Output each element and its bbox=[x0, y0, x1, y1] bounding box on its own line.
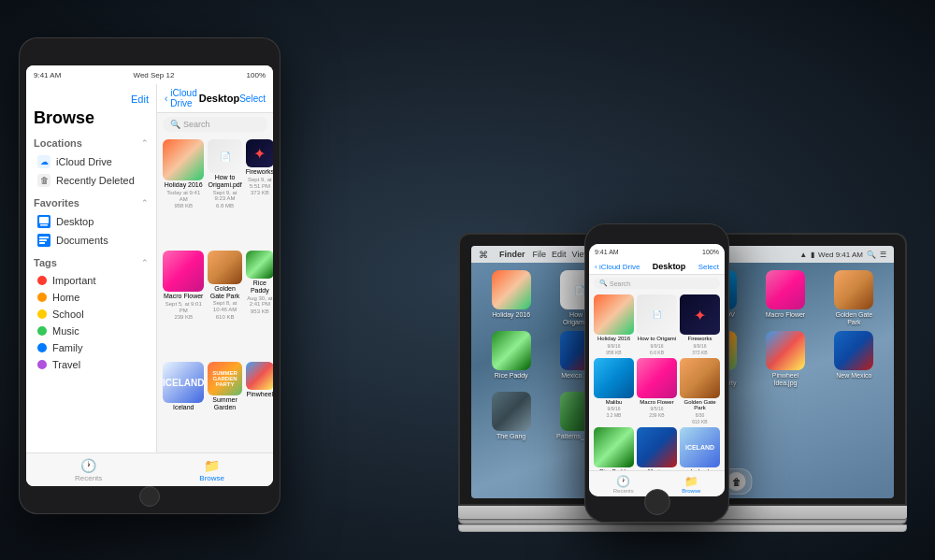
desktop-icon-img bbox=[492, 270, 531, 309]
desktop-icon-macro[interactable]: Macro Flower bbox=[753, 270, 817, 319]
desktop-icon-newmexico[interactable]: New Mexico bbox=[822, 331, 886, 380]
ipad-tag-music[interactable]: Music bbox=[34, 323, 149, 339]
iphone-file-holiday[interactable]: Holiday 2016 9/9/16 958 KB bbox=[594, 294, 634, 355]
ipad-file-name: How to Origami.pdf bbox=[208, 174, 241, 188]
ipad-date: Wed Sep 12 bbox=[134, 71, 175, 79]
ipad-tags-chevron[interactable]: ⌃ bbox=[141, 258, 149, 267]
ipad-tag-home[interactable]: Home bbox=[34, 289, 149, 306]
iphone-search-bar[interactable]: 🔍 Search bbox=[594, 278, 720, 289]
svg-rect-1 bbox=[39, 217, 49, 223]
svg-rect-4 bbox=[39, 237, 49, 238]
desktop-icon-label: New Mexico bbox=[836, 372, 871, 380]
file-menu[interactable]: File bbox=[533, 250, 547, 259]
desktop-icon-pinwheel[interactable]: Pinwheel Idea.jpg bbox=[753, 331, 817, 388]
iphone-file-size: 958 KB bbox=[606, 350, 621, 355]
iphone: 9:41 AM 100% ‹ iCloud Drive Desktop Sele… bbox=[584, 223, 729, 523]
desktop-icon-gang[interactable]: The Gang bbox=[479, 392, 543, 440]
ipad-tabbar: 🕐 Recents 📁 Browse bbox=[26, 452, 273, 486]
iphone-file-size: 239 KB bbox=[649, 412, 664, 418]
ipad-file-name: Iceland bbox=[173, 404, 194, 411]
ipad-tag-important[interactable]: Important bbox=[34, 272, 149, 289]
ipad-favorites-label: Favorites bbox=[34, 197, 79, 208]
ipad-favorites-chevron[interactable]: ⌃ bbox=[141, 198, 149, 208]
iphone-browse-icon: 📁 bbox=[684, 475, 698, 488]
desktop-icon-rice[interactable]: Rice Paddy bbox=[479, 331, 543, 380]
ipad-recently-deleted[interactable]: 🗑 Recently Deleted bbox=[34, 171, 149, 190]
iphone-file-iceland[interactable]: ICELAND Iceland 9/9/16 bbox=[680, 427, 720, 470]
ipad-browse-title: Browse bbox=[34, 108, 149, 128]
iphone-file-malibu[interactable]: Malibu 9/9/16 3.2 MB bbox=[594, 358, 634, 424]
spotlight-icon[interactable]: 🔍 bbox=[867, 251, 876, 259]
ipad-locations-chevron[interactable]: ⌃ bbox=[141, 138, 149, 148]
ipad-file-gate[interactable]: Golden Gate Park Sept 8, at 10:46 AM 610… bbox=[208, 251, 241, 358]
ipad-favorites-header: Favorites ⌃ bbox=[34, 197, 149, 208]
ipad-tab-recents[interactable]: 🕐 Recents bbox=[75, 458, 102, 482]
ipad-file-rice[interactable]: Rice Paddy Aug 30, at 2:41 PM 953 KB bbox=[246, 251, 273, 358]
ipad-file-name: Macro Flower bbox=[164, 293, 203, 300]
edit-menu[interactable]: Edit bbox=[552, 250, 567, 259]
ipad-file-name: Rice Paddy bbox=[246, 280, 273, 294]
iphone-file-mexico[interactable]: Mexico 9/9/16 bbox=[637, 427, 677, 470]
icloud-drive-icon: ☁ bbox=[37, 155, 50, 168]
ipad-file-iceland[interactable]: ICELAND Iceland bbox=[163, 362, 204, 449]
ipad-file-name: Summer Garden bbox=[208, 396, 241, 410]
iphone-file-origami[interactable]: 📄 How to Origami 9/9/16 6.6 KB bbox=[637, 294, 677, 355]
apple-logo-icon[interactable]: ⌘ bbox=[479, 250, 488, 260]
ipad-file-macro[interactable]: Macro Flower Sept 5, at 9:01 PM 239 KB bbox=[163, 251, 204, 358]
ipad-thumb-garden: SUMMER GARDEN PARTY bbox=[208, 362, 241, 395]
iphone-file-fireworks[interactable]: Fireworks 9/9/16 373 KB bbox=[680, 294, 720, 355]
ipad-tag-family[interactable]: Family bbox=[34, 339, 149, 356]
iphone-file-rice[interactable]: Rice Paddy 8/30 953 KB bbox=[594, 427, 634, 470]
ipad-file-size: 6.8 MB bbox=[216, 203, 234, 209]
clock: Wed 9:41 AM bbox=[818, 251, 863, 259]
iphone-file-name: Holiday 2016 bbox=[597, 336, 630, 342]
iphone-select-button[interactable]: Select bbox=[698, 263, 719, 271]
ipad-file-name: Fireworks bbox=[246, 168, 273, 176]
iphone-file-meta: 9/9/16 bbox=[694, 343, 707, 349]
iphone-back-button[interactable]: ‹ iCloud Drive bbox=[595, 263, 640, 271]
ipad-desktop-fav[interactable]: Desktop bbox=[34, 212, 149, 231]
ipad-thumb-holiday bbox=[163, 139, 204, 180]
ipad-file-holiday[interactable]: Holiday 2016 Today at 9:41 AM 958 KB bbox=[163, 139, 204, 247]
ipad-main-content: ‹ iCloud Drive Desktop Select 🔍 Search bbox=[157, 84, 273, 452]
ipad-file-meta: Aug 30, at 2:41 PM bbox=[246, 295, 273, 308]
ipad-documents-fav[interactable]: Documents bbox=[34, 231, 149, 250]
ipad-back-chevron: ‹ bbox=[165, 93, 167, 104]
desktop-fav-icon bbox=[37, 215, 50, 228]
ipad-locations-label: Locations bbox=[34, 137, 82, 149]
ipad-icloud-drive[interactable]: ☁ iCloud Drive bbox=[34, 152, 149, 171]
ipad-nav-title: Desktop bbox=[199, 93, 239, 104]
ipad-file-meta: Sept 8, at 10:46 AM bbox=[208, 300, 241, 312]
browse-label: Browse bbox=[199, 474, 224, 482]
dock-icon-trash[interactable]: 🗑 bbox=[727, 472, 746, 491]
ipad-nav-left[interactable]: ‹ iCloud Drive bbox=[165, 88, 199, 108]
iphone-tab-browse[interactable]: 📁 Browse bbox=[682, 475, 700, 494]
iphone-tab-recents[interactable]: 🕐 Recents bbox=[613, 475, 634, 494]
iphone-home-button[interactable] bbox=[644, 489, 670, 515]
iphone-file-name: Macro Flower bbox=[640, 399, 673, 406]
ipad-tag-school[interactable]: School bbox=[34, 306, 149, 323]
ipad-edit-button[interactable]: Edit bbox=[131, 93, 149, 105]
ipad-tag-travel[interactable]: Travel bbox=[34, 356, 149, 373]
iphone-file-meta: 9/9/16 bbox=[651, 343, 664, 349]
iphone-thumb-macro bbox=[637, 358, 677, 398]
ipad-home-button[interactable] bbox=[139, 486, 160, 507]
desktop-icon-img bbox=[766, 270, 805, 309]
ipad-file-origami[interactable]: 📄 How to Origami.pdf Sept 9, at 9:23 AM … bbox=[208, 139, 241, 247]
ipad-file-pinwheel[interactable]: Pinwheel bbox=[246, 362, 273, 449]
ipad-file-garden[interactable]: SUMMER GARDEN PARTY Summer Garden bbox=[208, 362, 241, 449]
ipad-select-button[interactable]: Select bbox=[239, 93, 266, 104]
control-center-icon[interactable]: ☰ bbox=[880, 251, 886, 259]
ipad-search-bar[interactable]: 🔍 Search bbox=[163, 117, 267, 132]
ipad-file-name: Holiday 2016 bbox=[165, 181, 203, 189]
desktop-icon-holiday[interactable]: Holiday 2016 bbox=[479, 270, 543, 319]
tag-home-label: Home bbox=[52, 292, 79, 303]
svg-rect-2 bbox=[40, 224, 48, 226]
recents-label: Recents bbox=[75, 474, 102, 482]
ipad-file-fireworks[interactable]: Fireworks Sept 9, at 5:51 PM 373 KB bbox=[246, 139, 273, 247]
iphone-file-gate[interactable]: Golden Gate Park 8/30 610 KB bbox=[680, 358, 720, 424]
recently-deleted-icon: 🗑 bbox=[37, 174, 50, 187]
iphone-file-macro[interactable]: Macro Flower 9/5/16 239 KB bbox=[637, 358, 677, 424]
ipad-tab-browse[interactable]: 📁 Browse bbox=[199, 458, 224, 482]
desktop-icon-gate[interactable]: Golden Gate Park bbox=[822, 270, 886, 327]
